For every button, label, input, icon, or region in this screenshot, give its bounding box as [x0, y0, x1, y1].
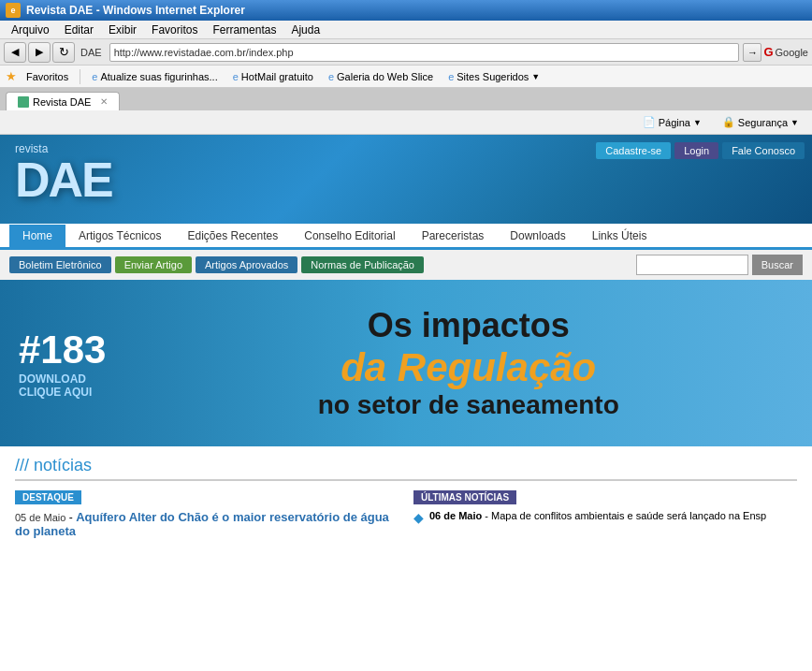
nav-links-uteis[interactable]: Links Úteis: [579, 225, 660, 247]
tab-bar: Revista DAE ✕: [0, 88, 812, 110]
ie-icon-4: e: [448, 71, 454, 82]
nav-bar: ◀ ▶ ↻ DAE http://www.revistadae.com.br/i…: [0, 39, 812, 66]
menu-bar: Arquivo Editar Exibir Favoritos Ferramen…: [0, 21, 812, 39]
nav-conselho-editorial[interactable]: Conselho Editorial: [291, 225, 408, 247]
boletim-eletronico-button[interactable]: Boletim Eletrônico: [9, 256, 111, 273]
bullet-icon: ◆: [413, 510, 424, 525]
fav-item-1[interactable]: e Atualize suas figurinhas...: [86, 69, 223, 84]
banner-right: Os impactos da Regulação no setor de san…: [124, 297, 812, 430]
google-icon: G: [763, 45, 773, 59]
site-nav: Home Artigos Técnicos Edições Recentes C…: [0, 224, 812, 250]
page-icon: 📄: [643, 116, 656, 128]
ie-icon: e: [92, 71, 97, 82]
chevron-down-icon: ▼: [531, 72, 540, 81]
banner-title-1: Os impactos: [143, 306, 793, 345]
normas-publicacao-button[interactable]: Normas de Publicação: [301, 256, 424, 273]
ultimas-item-0: ◆ 06 de Maio - Mapa de conflitos ambient…: [413, 510, 797, 525]
destaque-badge: DESTAQUE: [15, 490, 81, 504]
title-bar: e Revista DAE - Windows Internet Explore…: [0, 0, 812, 21]
news-destaque: DESTAQUE 05 de Maio - Aquífero Alter do …: [15, 490, 399, 546]
fav-item-3[interactable]: e Galeria do Web Slice: [323, 69, 439, 84]
browser-toolbar-bar: 📄 Página ▼ 🔒 Segurança ▼: [0, 110, 812, 135]
page-button[interactable]: 📄 Página ▼: [635, 114, 709, 130]
browser-tab[interactable]: Revista DAE ✕: [6, 92, 120, 110]
banner-title-2: da Regulação: [143, 345, 793, 390]
address-input[interactable]: http://www.revistadae.com.br/index.php: [109, 43, 740, 62]
tab-close-icon[interactable]: ✕: [100, 96, 108, 107]
favorites-button[interactable]: Favoritos: [21, 69, 74, 84]
enviar-artigo-button[interactable]: Enviar Artigo: [115, 256, 192, 273]
nav-downloads[interactable]: Downloads: [497, 225, 578, 247]
banner-click-label: CLIQUE AQUI: [19, 386, 106, 399]
site-logo: revista DAE: [15, 142, 112, 204]
site-header: revista DAE Cadastre-se Login Fale Conos…: [0, 135, 812, 224]
site-news: /// notícias DESTAQUE 05 de Maio - Aquíf…: [0, 446, 812, 555]
back-button[interactable]: ◀: [4, 42, 26, 63]
cadastrese-button[interactable]: Cadastre-se: [596, 142, 671, 159]
menu-ajuda[interactable]: Ajuda: [283, 22, 327, 38]
news-ultimas: ÚLTIMAS NOTÍCIAS ◆ 06 de Maio - Mapa de …: [413, 490, 797, 546]
menu-favoritos[interactable]: Favoritos: [144, 22, 205, 38]
toolbar-right: 📄 Página ▼ 🔒 Segurança ▼: [635, 114, 806, 130]
search-container: G Google: [763, 45, 808, 59]
tab-label: Revista DAE: [33, 96, 91, 108]
fav-item-4[interactable]: e Sites Sugeridos ▼: [442, 69, 545, 84]
banner-number: #183: [19, 328, 106, 372]
search-label: Google: [776, 47, 808, 58]
nav-artigos-tecnicos[interactable]: Artigos Técnicos: [65, 225, 174, 247]
dae-label: DAE: [15, 155, 112, 204]
banner-download-label: DOWNLOAD: [19, 372, 106, 386]
ultimas-date-0: 06 de Maio: [429, 510, 482, 521]
ultimas-badge: ÚLTIMAS NOTÍCIAS: [413, 490, 516, 504]
menu-ferramentas[interactable]: Ferramentas: [205, 22, 283, 38]
browser-icon: e: [6, 3, 21, 18]
nav-home[interactable]: Home: [9, 225, 65, 247]
destaque-date: 05 de Maio: [15, 512, 65, 523]
news-grid: DESTAQUE 05 de Maio - Aquífero Alter do …: [15, 490, 797, 546]
login-button[interactable]: Login: [674, 142, 718, 159]
menu-editar[interactable]: Editar: [57, 22, 101, 38]
address-bar-container: DAE http://www.revistadae.com.br/index.p…: [77, 43, 761, 62]
website: revista DAE Cadastre-se Login Fale Conos…: [0, 135, 812, 671]
ie-icon-2: e: [233, 71, 239, 82]
site-toolbar: Boletim Eletrônico Enviar Artigo Artigos…: [0, 250, 812, 280]
banner-left: #183 DOWNLOAD CLIQUE AQUI: [0, 309, 124, 417]
site-search: Buscar: [636, 255, 803, 275]
forward-button[interactable]: ▶: [28, 42, 51, 63]
nav-edicoes-recentes[interactable]: Edições Recentes: [175, 225, 292, 247]
fale-conosco-button[interactable]: Fale Conosco: [722, 142, 805, 159]
fav-item-2[interactable]: e HotMail gratuito: [227, 69, 319, 84]
ultimas-text-0: Mapa de conflitos ambientais e saúde ser…: [491, 510, 766, 521]
site-header-buttons: Cadastre-se Login Fale Conosco: [596, 142, 805, 159]
news-title: notícias: [34, 456, 92, 474]
page-chevron: ▼: [693, 118, 702, 127]
ie-icon-3: e: [328, 71, 334, 82]
go-button[interactable]: →: [743, 43, 761, 62]
news-prefix: ///: [15, 456, 29, 474]
window-title: Revista DAE - Windows Internet Explorer: [26, 4, 245, 17]
menu-exibir[interactable]: Exibir: [101, 22, 144, 38]
menu-arquivo[interactable]: Arquivo: [4, 22, 57, 38]
divider: [80, 69, 80, 84]
security-button[interactable]: 🔒 Segurança ▼: [715, 114, 806, 130]
security-icon: 🔒: [722, 116, 735, 128]
refresh-button[interactable]: ↻: [52, 42, 75, 63]
site-search-button[interactable]: Buscar: [752, 255, 803, 275]
favorites-bar: ★ Favoritos e Atualize suas figurinhas..…: [0, 66, 812, 88]
banner-title-3: no setor de saneamento: [143, 390, 793, 420]
artigos-aprovados-button[interactable]: Artigos Aprovados: [196, 256, 297, 273]
favorites-star-icon: ★: [6, 69, 17, 83]
security-chevron: ▼: [790, 118, 799, 127]
site-banner: #183 DOWNLOAD CLIQUE AQUI Os impactos da…: [0, 280, 812, 446]
browser-content: revista DAE Cadastre-se Login Fale Conos…: [0, 135, 812, 671]
site-search-input[interactable]: [636, 255, 748, 275]
tab-favicon: [18, 96, 29, 108]
news-heading: /// notícias: [15, 456, 797, 481]
destaque-item: 05 de Maio - Aquífero Alter do Chão é o …: [15, 510, 399, 538]
nav-pareceristas[interactable]: Pareceristas: [409, 225, 498, 247]
address-label: DAE: [77, 47, 106, 58]
